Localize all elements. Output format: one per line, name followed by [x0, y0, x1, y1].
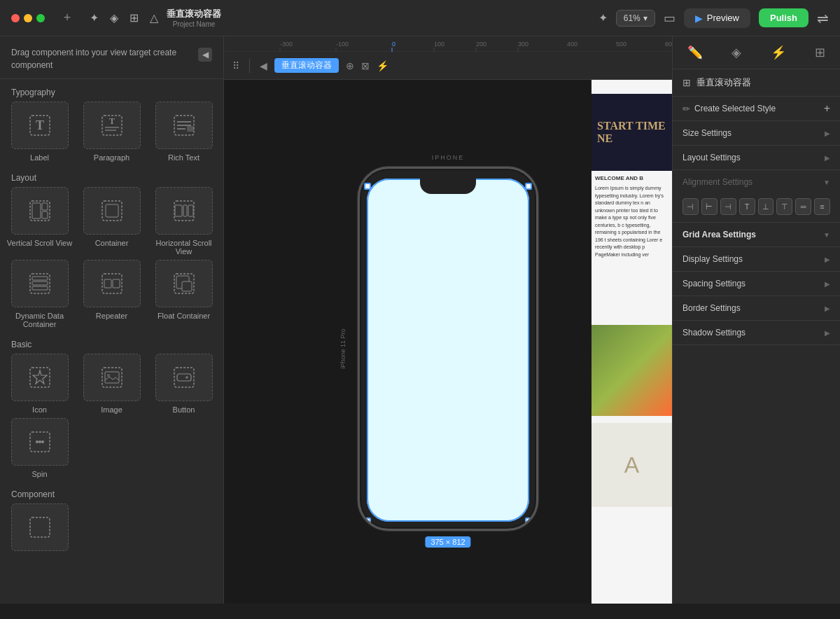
custom-box — [11, 503, 69, 551]
component-dynamic[interactable]: Dynamic Data Container — [6, 260, 74, 328]
resize-icon[interactable]: ⊠ — [361, 60, 370, 71]
grid-icon[interactable]: ⊞ — [130, 11, 139, 25]
phone-screen[interactable] — [367, 179, 529, 522]
component-icon[interactable]: Icon — [6, 354, 74, 414]
alignment-header[interactable]: Alignment Settings ▼ — [673, 170, 840, 194]
image-name: Image — [101, 405, 122, 414]
grid-area-chevron: ▼ — [823, 231, 830, 239]
component-image[interactable]: Image — [78, 354, 146, 414]
component-label[interactable]: T Label — [6, 102, 74, 162]
section-alignment: Alignment Settings ▼ ⊣ ⊢ ⊣ T ⊥ ⊤ ═ ≡ — [673, 170, 840, 223]
component-title-row: ⊞ 垂直滚动容器 — [673, 69, 840, 97]
hscroll-box — [155, 187, 213, 235]
maximize-dot[interactable] — [36, 14, 45, 22]
vscroll-box — [11, 187, 69, 235]
align-top[interactable]: ⊥ — [758, 198, 774, 215]
align-bottom[interactable]: ⊤ — [776, 198, 792, 215]
component-hscroll[interactable]: Horizontal Scroll View — [150, 187, 218, 256]
svg-rect-11 — [30, 201, 50, 221]
component-button[interactable]: Button — [150, 354, 218, 414]
tab-components[interactable]: ⊞ — [812, 42, 828, 63]
main-layout: Drag component into your view target cre… — [0, 36, 840, 604]
size-chevron: ▶ — [825, 130, 830, 137]
section-size: Size Settings ▶ — [673, 121, 840, 146]
svg-text:400: 400 — [567, 41, 578, 48]
lightning-icon[interactable]: ⚡ — [377, 60, 388, 71]
tab-appearance[interactable]: ◈ — [729, 42, 744, 63]
component-repeater[interactable]: Repeater — [78, 260, 146, 328]
grid-area-header[interactable]: Grid Area Settings ▼ — [673, 223, 840, 246]
display-header[interactable]: Display Settings ▶ — [673, 247, 840, 271]
align-center-h[interactable]: ⊢ — [701, 198, 718, 215]
component-container[interactable]: Container — [78, 187, 146, 256]
bg-headline: START TIME NE — [597, 120, 666, 144]
size-settings-header[interactable]: Size Settings ▶ — [673, 121, 840, 145]
shadow-header[interactable]: Shadow Settings ▶ — [673, 321, 840, 345]
component-paragraph[interactable]: T Paragraph — [78, 102, 146, 162]
settings-icon[interactable]: ⇌ — [817, 10, 829, 27]
svg-rect-10 — [187, 126, 194, 132]
handle-bl[interactable] — [364, 517, 371, 524]
border-title: Border Settings — [682, 303, 741, 313]
svg-text:0: 0 — [392, 41, 396, 48]
handle-tr[interactable] — [525, 183, 532, 190]
bg-content: START TIME NE WELCOME AND B Lorem Ipsum … — [592, 80, 672, 604]
spacing-chevron: ▶ — [825, 280, 830, 288]
ruler: -300 -100 0 100 200 300 400 500 600 700 — [224, 36, 672, 52]
svg-rect-14 — [42, 211, 48, 218]
alignment-title: Alignment Settings — [682, 177, 752, 187]
pencil-icon: ✏ — [682, 104, 690, 114]
cursor-icon[interactable]: ✦ — [90, 11, 99, 25]
device-icon[interactable]: ▭ — [664, 11, 676, 26]
component-spin[interactable]: Spin — [6, 418, 74, 478]
component-badge[interactable]: 垂直滚动容器 — [274, 58, 339, 73]
handle-br[interactable] — [525, 517, 532, 524]
bg-image1 — [592, 325, 672, 416]
collapse-button[interactable]: ◀ — [198, 48, 212, 62]
dynamic-name: Dynamic Data Container — [6, 312, 74, 328]
paragraph-name: Paragraph — [94, 153, 130, 162]
tab-events[interactable]: ⚡ — [768, 42, 789, 63]
handle-tl[interactable] — [364, 183, 371, 190]
bg-welcome-text: WELCOME AND B — [595, 174, 668, 183]
create-style-row[interactable]: ✏ Create Selected Style + — [673, 97, 840, 121]
align-justify[interactable]: ≡ — [814, 198, 830, 215]
icon-box — [11, 354, 69, 401]
add-button[interactable]: + — [59, 10, 76, 27]
component-richtext[interactable]: Rich Text — [150, 102, 218, 162]
section-layout-settings: Layout Settings ▶ — [673, 146, 840, 170]
phone-label-top: IPHONE — [432, 154, 465, 161]
spacing-header[interactable]: Spacing Settings ▶ — [673, 272, 840, 295]
svg-rect-20 — [188, 205, 193, 216]
magic-wand-icon[interactable]: ✦ — [598, 11, 608, 25]
minimize-dot[interactable] — [24, 14, 32, 22]
link-icon[interactable]: ⊕ — [346, 60, 354, 71]
svg-text:500: 500 — [616, 41, 626, 48]
shadow-chevron: ▶ — [825, 329, 830, 337]
align-text[interactable]: T — [739, 198, 755, 215]
align-right[interactable]: ⊣ — [720, 198, 736, 215]
shape-icon[interactable]: △ — [150, 11, 158, 25]
spacing-title: Spacing Settings — [682, 279, 746, 288]
component-float[interactable]: Float Container — [150, 260, 218, 328]
close-dot[interactable] — [11, 14, 20, 22]
layers-icon[interactable]: ◈ — [110, 11, 118, 25]
align-vcenter[interactable]: ═ — [795, 198, 811, 215]
alignment-chevron: ▼ — [823, 179, 830, 186]
layout-settings-header[interactable]: Layout Settings ▶ — [673, 146, 840, 169]
tab-style[interactable]: ✏️ — [685, 42, 706, 63]
publish-button[interactable]: Pulish — [759, 8, 808, 27]
zoom-control[interactable]: 61% ▾ — [616, 10, 655, 27]
add-style-icon[interactable]: + — [824, 102, 830, 115]
section-border: Border Settings ▶ — [673, 296, 840, 321]
border-header[interactable]: Border Settings ▶ — [673, 296, 840, 320]
align-left[interactable]: ⊣ — [682, 198, 699, 215]
component-custom[interactable] — [6, 503, 74, 551]
grid-dots-icon[interactable]: ⠿ — [232, 60, 239, 71]
spin-box — [11, 418, 69, 466]
back-icon[interactable]: ◀ — [260, 60, 267, 71]
spin-name: Spin — [31, 470, 47, 478]
component-vscroll[interactable]: Vertical Scroll View — [6, 187, 74, 256]
preview-button[interactable]: ▶ Preview — [684, 8, 750, 28]
section-grid-area: Grid Area Settings ▼ — [673, 223, 840, 247]
